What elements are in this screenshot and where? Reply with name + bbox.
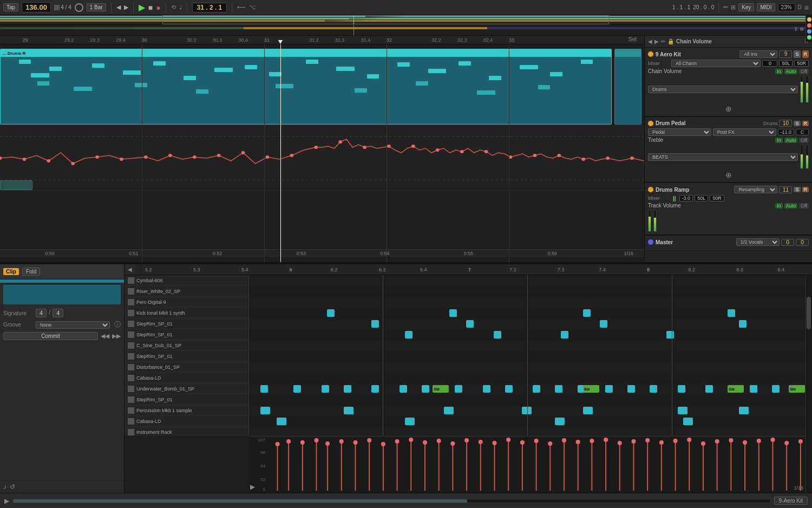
pan-val-4[interactable]: 0 [796, 239, 809, 246]
note-kick-2[interactable] [449, 309, 457, 317]
output-select-1[interactable]: Drums [648, 86, 798, 93]
midi-label[interactable]: MIDI [757, 3, 775, 11]
note-uw-15[interactable] [627, 385, 635, 393]
bottom-play-btn[interactable]: ▶ [4, 497, 9, 505]
tap-button[interactable]: Tap [3, 3, 18, 11]
note-perc-1[interactable] [260, 407, 270, 414]
solo-btn-3[interactable]: S [794, 187, 800, 192]
note-kick-3[interactable] [583, 309, 591, 317]
note-uw-12[interactable] [555, 385, 562, 393]
note-sr2-1[interactable] [405, 331, 412, 338]
note-kick-1[interactable] [327, 309, 335, 317]
pan-r-2[interactable]: C [796, 129, 809, 135]
note-uw-6[interactable] [400, 385, 407, 393]
note-uw-10[interactable] [505, 385, 513, 393]
note-sr2-4[interactable] [666, 331, 674, 338]
groove-info-icon[interactable]: ⓘ [114, 320, 121, 329]
note-perc-2[interactable] [344, 407, 353, 414]
note-perc-7[interactable] [739, 407, 749, 414]
add-btn-2[interactable]: ⊕ [725, 171, 732, 179]
track-active-dot-3[interactable] [648, 187, 653, 192]
auto-mode-btn-1[interactable]: In [775, 69, 783, 74]
note-sr1-2[interactable] [466, 320, 474, 328]
note-cabasa2-3[interactable] [555, 418, 565, 425]
track-active-dot-2[interactable] [648, 121, 653, 126]
note-sr1-3[interactable] [600, 320, 607, 328]
off-btn-3[interactable]: Off [799, 203, 809, 209]
mixer-header-nav-right[interactable]: ▶ [654, 38, 659, 44]
hamburger-icon[interactable]: ≡ [804, 3, 809, 12]
note-uw-19[interactable] [750, 385, 757, 393]
note-uw-20[interactable] [772, 385, 780, 393]
fold-button[interactable]: Fold [22, 268, 40, 276]
note-uw-8[interactable] [455, 385, 462, 393]
drum-roll-main[interactable]: 5.2 5.3 5.4 6 6.2 6.3 6.4 7 7.2 7.3 7.4 … [125, 264, 812, 493]
note-uw-2[interactable] [293, 385, 301, 393]
viewport-indicator[interactable] [162, 15, 609, 24]
overview[interactable] [0, 15, 812, 25]
note-cabasa2-4[interactable] [683, 418, 693, 425]
track-active-dot-1[interactable] [648, 51, 653, 57]
clip-icon-2[interactable]: ↺ [10, 483, 15, 491]
loop-icon[interactable]: ⟲ [171, 4, 176, 11]
grid-icon[interactable]: ⊞ [731, 4, 736, 11]
velocity-area[interactable]: 127 96 64 32 1 [249, 436, 806, 493]
auto-btn-1[interactable]: Auto [784, 69, 798, 74]
add-btn-1[interactable]: ⊕ [725, 105, 732, 113]
ste-clip-1[interactable]: Ste [433, 385, 449, 393]
arrangement-tracks[interactable]: ... Drums R [0, 44, 644, 262]
solo-btn-2[interactable]: S [794, 121, 800, 126]
track-active-dot-4[interactable] [648, 239, 653, 245]
record-btn-1[interactable]: R [802, 50, 809, 58]
mini-zoom-icon[interactable]: ⊕ [800, 26, 804, 32]
stop-button[interactable]: ■ [148, 3, 153, 12]
auto-btn-2[interactable]: Auto [784, 138, 798, 143]
ste-clip-2[interactable]: Ste [583, 385, 599, 393]
notes-grid[interactable]: Ste Ste Ste Ste [249, 275, 806, 436]
note-sr2-2[interactable] [494, 331, 501, 338]
drums-clip-2[interactable] [614, 49, 641, 125]
note-cabasa2-1[interactable] [277, 418, 286, 425]
note-perc-3[interactable] [444, 407, 454, 414]
pan-val-2[interactable]: -11.0 [778, 129, 795, 135]
note-uw-11[interactable] [533, 385, 540, 393]
note-uw-14[interactable] [605, 385, 613, 393]
pan-val-3[interactable]: -3.0 [679, 195, 693, 201]
volume-num-1[interactable]: 9 [779, 50, 792, 58]
drums-clip[interactable]: ... Drums R [0, 49, 612, 125]
note-uw-4[interactable] [344, 385, 351, 393]
note-uw-9[interactable] [483, 385, 490, 393]
note-sr1-4[interactable] [739, 320, 746, 328]
metronome-icon[interactable]: ♩ [179, 4, 182, 11]
vel-play-btn[interactable]: ▶ [250, 483, 255, 491]
volume-num-3[interactable]: 11 [779, 186, 792, 193]
scroll-thumb[interactable] [807, 297, 811, 329]
mixer-header-lock-icon[interactable]: 🔒 [667, 38, 674, 44]
record-btn-2[interactable]: R [802, 121, 809, 126]
auto-mode-btn-2[interactable]: In [775, 138, 783, 143]
record-button[interactable]: ● [156, 3, 160, 12]
note-uw-3[interactable] [322, 385, 329, 393]
mixer-header-nav-left[interactable]: ◀ [648, 38, 652, 44]
nav-left-icon[interactable]: ◀ [116, 4, 121, 11]
note-uw-1[interactable] [260, 385, 268, 393]
punch-icon[interactable]: ⌥ [249, 4, 256, 11]
note-uw-5[interactable] [371, 385, 379, 393]
input-select-1[interactable]: All Ins [739, 50, 777, 58]
auto-btn-3[interactable]: Auto [784, 203, 798, 209]
off-btn-2[interactable]: Off [799, 138, 809, 143]
play-button[interactable]: ▶ [139, 2, 145, 12]
mixer-header-edit-icon[interactable]: ✏ [661, 38, 665, 44]
post-fx-select[interactable]: Post FX [713, 128, 776, 136]
sig-bottom[interactable]: 4 [53, 309, 63, 317]
quantize-select[interactable]: 1 Bar [87, 3, 106, 11]
output-select-2[interactable]: BEATS [648, 153, 798, 161]
pan-val-1[interactable]: 0 [762, 60, 777, 67]
prev-icon[interactable]: ◀◀ [101, 333, 109, 340]
off-btn-1[interactable]: Off [799, 69, 809, 74]
mini-scroll-icon[interactable]: ⇕ [794, 26, 798, 32]
waveform-clip[interactable] [0, 126, 644, 190]
note-perc-6[interactable] [678, 407, 687, 414]
vocals-select[interactable]: 1/2 Vocals [736, 238, 780, 246]
scroll-bar[interactable] [806, 275, 812, 493]
